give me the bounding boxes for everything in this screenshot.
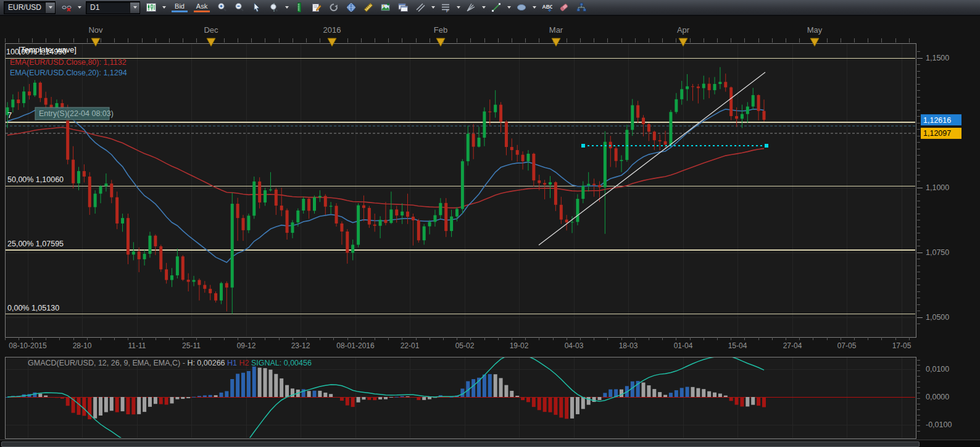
candle-body (286, 211, 289, 233)
macd-histogram-bar (307, 391, 311, 397)
macd-histogram-bar (99, 397, 102, 416)
macd-histogram-bar (264, 368, 267, 397)
macd-histogram-bar (357, 397, 360, 403)
date-label: 17-05 (892, 341, 911, 350)
ellipse-button[interactable] (514, 1, 529, 14)
candle-body (631, 105, 634, 130)
macd-histogram-bar (515, 396, 519, 397)
macd-histogram-bar (38, 394, 42, 397)
auto-scroll-button[interactable] (326, 1, 341, 14)
zoom-in-button[interactable] (215, 1, 230, 14)
candle-body (549, 182, 552, 185)
last-price-badge-text: 1,12097 (923, 129, 951, 138)
chart-type-dropdown[interactable] (161, 1, 167, 14)
bid-underline (172, 10, 188, 12)
candle-body (697, 86, 700, 88)
annotation-handle[interactable] (765, 144, 768, 148)
macd-histogram-bar (597, 397, 601, 400)
note-edit-button[interactable] (309, 1, 324, 14)
candle-body (433, 215, 436, 222)
bid-button[interactable]: Bid (170, 1, 189, 14)
candle-body (615, 148, 618, 161)
candle-body (516, 150, 519, 155)
macd-histogram-bar (707, 391, 711, 397)
pitchfork-dropdown[interactable] (481, 1, 486, 14)
macd-histogram-bar (203, 395, 207, 397)
ellipse-dropdown[interactable] (531, 1, 537, 14)
ruler-button[interactable] (361, 1, 376, 14)
ask-button[interactable]: Ask (193, 1, 211, 14)
macd-histogram-bar (186, 397, 190, 398)
date-label: 09-12 (237, 341, 256, 350)
candle-body (609, 142, 612, 149)
fibonacci-lines-button[interactable]: F (438, 1, 453, 14)
candle-body (302, 199, 305, 211)
fibonacci-lines-dropdown[interactable] (455, 1, 461, 14)
period-select[interactable]: D1 (86, 1, 140, 14)
macd-histogram-bar (225, 391, 228, 397)
chart-type-button[interactable] (144, 1, 159, 14)
macd-histogram-bar (499, 378, 503, 397)
cursor-button[interactable] (249, 1, 264, 14)
vertical-ruler-button[interactable] (292, 1, 307, 14)
symbol-select[interactable]: EUR/USD (4, 1, 56, 14)
macd-histogram-bar (351, 397, 355, 407)
candle-body (625, 130, 628, 160)
macd-histogram-bar (740, 397, 744, 406)
macd-histogram-bar (652, 389, 656, 397)
window-capture-button[interactable] (396, 1, 410, 14)
zoom-range-dropdown[interactable] (284, 1, 289, 14)
add-image-button[interactable] (378, 1, 393, 14)
macd-histogram-bar (230, 379, 234, 397)
horizontal-scrollbar[interactable] (0, 440, 980, 447)
price-chart-canvas[interactable]: NovDec2016FebMarAprMay08-10-201528-1011-… (0, 0, 980, 447)
candle-body (598, 185, 601, 187)
link-broken-icon (61, 2, 72, 13)
macd-histogram-bar (417, 397, 420, 400)
link-broken-dropdown[interactable] (77, 1, 82, 14)
candle-body (406, 212, 409, 217)
trendline-button[interactable] (489, 1, 504, 14)
zoom-out-button[interactable] (232, 1, 247, 14)
trendline-dropdown[interactable] (506, 1, 512, 14)
candle-body (203, 285, 206, 289)
candle-body (713, 84, 716, 90)
macd-histogram-bar (197, 396, 201, 397)
date-label: 15-04 (728, 341, 747, 350)
macd-histogram-bar (258, 368, 262, 397)
cursor-icon (251, 2, 262, 13)
macd-histogram-bar (44, 396, 48, 397)
eraser-button[interactable] (557, 1, 571, 14)
zoom-out-icon (234, 2, 245, 13)
symbol-select-arrow[interactable] (45, 2, 55, 13)
macd-histogram-bar (532, 397, 536, 407)
parallel-lines-button[interactable] (413, 1, 428, 14)
chevron-down-icon (482, 6, 486, 9)
macd-histogram-bar (587, 397, 591, 405)
annotation-handle[interactable] (581, 144, 585, 148)
macd-histogram-bar (66, 397, 70, 406)
globe-button[interactable] (344, 1, 359, 14)
candle-body (729, 87, 733, 116)
macd-histogram-bar (313, 391, 317, 397)
text-label-button[interactable]: ABC (539, 1, 554, 14)
macd-histogram-bar (159, 397, 163, 404)
structure-button[interactable] (574, 1, 589, 14)
candle-body (236, 204, 239, 218)
candle-body (170, 275, 173, 280)
pitchfork-button[interactable] (463, 1, 478, 14)
period-select-arrow[interactable] (130, 2, 139, 13)
chart-area[interactable]: NovDec2016FebMarAprMay08-10-201528-1011-… (0, 0, 980, 447)
entry-order-text: Entry(S)(22-04 08:03) (39, 109, 114, 118)
chevron-down-icon (162, 6, 166, 9)
candle-body (193, 280, 196, 282)
zoom-range-button[interactable] (267, 1, 281, 14)
candle-body (461, 161, 464, 209)
macd-histogram-bar (362, 397, 365, 399)
macd-histogram-bar (131, 397, 135, 414)
parallel-lines-dropdown[interactable] (430, 1, 436, 14)
candle-body (560, 205, 563, 220)
scrollbar-thumb[interactable] (1, 441, 920, 447)
macd-histogram-bar (285, 385, 289, 397)
link-broken-button[interactable] (59, 1, 74, 14)
